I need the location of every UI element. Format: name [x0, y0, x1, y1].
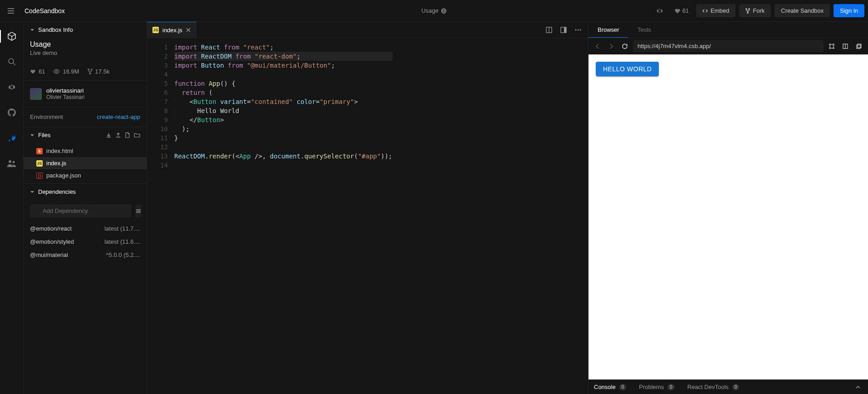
- svg-point-11: [9, 160, 11, 163]
- structure-icon: [829, 43, 835, 49]
- stat-forks: 17.5k: [88, 68, 110, 75]
- open-new-window-button[interactable]: [840, 41, 851, 52]
- js-file-icon: JS: [152, 27, 159, 33]
- preview-tab-browser[interactable]: Browser: [588, 22, 628, 38]
- files-header[interactable]: Files: [24, 127, 147, 143]
- code-editor[interactable]: 1234567891011121314 import React from "r…: [147, 38, 588, 394]
- svg-point-7: [749, 8, 750, 10]
- gear-icon: [656, 7, 663, 15]
- dependency-row[interactable]: @emotion/styledlatest (11.6....: [24, 235, 147, 248]
- activity-bar: [0, 22, 24, 394]
- new-file-icon[interactable]: [125, 132, 130, 138]
- chevron-up-icon: [855, 384, 861, 390]
- create-sandbox-button[interactable]: Create Sandbox: [775, 4, 830, 17]
- console-expand-button[interactable]: [853, 383, 863, 392]
- nav-reload-button[interactable]: [619, 41, 630, 52]
- settings-icon: [7, 83, 16, 92]
- nav-forward-button[interactable]: [606, 41, 617, 52]
- sandbox-info-header[interactable]: Sandbox Info: [24, 22, 147, 38]
- preview-frame: HELLO WORLD: [588, 54, 868, 379]
- file-item[interactable]: {}package.json: [24, 169, 147, 182]
- dependency-version: ^5.0.0 (5.2....: [106, 251, 140, 258]
- stat-views: 16.9M: [53, 68, 79, 75]
- svg-point-16: [89, 73, 91, 74]
- svg-point-14: [88, 69, 89, 70]
- console-tab-console[interactable]: Console 0: [594, 384, 626, 390]
- svg-rect-27: [564, 27, 566, 33]
- activity-explorer[interactable]: [4, 28, 20, 44]
- arrow-left-icon: [594, 43, 601, 49]
- fork-button[interactable]: Fork: [739, 4, 771, 17]
- dots-icon: [574, 26, 582, 34]
- fork-icon: [745, 8, 750, 14]
- file-item[interactable]: 5index.html: [24, 145, 147, 157]
- more-actions-button[interactable]: [572, 24, 584, 36]
- file-name: package.json: [46, 172, 81, 179]
- js-file-icon: JS: [36, 160, 43, 167]
- preview-tab-tests[interactable]: Tests: [628, 22, 660, 38]
- embed-button[interactable]: Embed: [696, 4, 736, 17]
- cube-icon: [7, 31, 17, 41]
- console-tab-devtools[interactable]: React DevTools 0: [687, 384, 740, 390]
- globe-icon: [441, 8, 446, 14]
- list-icon: [135, 208, 142, 214]
- dependency-name: @mui/material: [30, 251, 68, 258]
- github-icon: [7, 108, 16, 117]
- sandbox-name: Usage: [30, 40, 140, 49]
- author-name: Olivier Tassinari: [46, 94, 84, 100]
- svg-point-9: [9, 59, 14, 64]
- dependency-row[interactable]: @mui/material^5.0.0 (5.2....: [24, 248, 147, 261]
- file-item[interactable]: JSindex.js: [24, 157, 147, 169]
- svg-point-12: [12, 161, 15, 163]
- svg-point-30: [580, 29, 581, 30]
- author-link[interactable]: oliviertassinari Olivier Tassinari: [24, 80, 147, 107]
- new-folder-icon[interactable]: [134, 132, 140, 138]
- arrow-right-icon: [608, 43, 614, 49]
- activity-deploy[interactable]: [4, 130, 20, 146]
- activity-settings[interactable]: [4, 79, 20, 95]
- nav-back-button[interactable]: [592, 41, 603, 52]
- search-icon: [7, 57, 16, 66]
- embed-icon: [702, 8, 708, 14]
- sandbox-title-button[interactable]: Usage: [422, 7, 447, 14]
- environment-value[interactable]: create-react-app: [97, 113, 140, 120]
- address-bar[interactable]: [633, 40, 824, 52]
- hamburger-menu[interactable]: [4, 4, 18, 18]
- dep-list-button[interactable]: [135, 205, 142, 217]
- diff-view-button[interactable]: [557, 24, 570, 36]
- chevron-down-icon: [30, 133, 34, 138]
- preview-structure-button[interactable]: [826, 41, 837, 52]
- settings-button[interactable]: [652, 4, 667, 18]
- svg-point-29: [578, 29, 579, 30]
- activity-search[interactable]: [4, 54, 20, 70]
- file-name: index.js: [46, 160, 66, 167]
- dependency-name: @emotion/react: [30, 225, 72, 232]
- heart-icon: [30, 69, 36, 74]
- like-button[interactable]: 61: [671, 7, 692, 14]
- svg-rect-41: [857, 45, 860, 49]
- editor-tab[interactable]: JS index.js: [147, 22, 196, 38]
- fork-icon: [88, 69, 93, 74]
- preview-mui-button[interactable]: HELLO WORLD: [596, 62, 659, 76]
- eye-icon: [53, 69, 60, 74]
- svg-point-15: [91, 69, 92, 70]
- dependency-row[interactable]: @emotion/reactlatest (11.7....: [24, 222, 147, 235]
- menu-icon: [7, 7, 15, 15]
- open-window-icon: [842, 43, 848, 49]
- add-dependency-input[interactable]: [30, 204, 132, 217]
- brand-name[interactable]: CodeSandbox: [25, 7, 65, 15]
- dependency-name: @emotion/styled: [30, 238, 74, 245]
- activity-live[interactable]: [4, 155, 20, 172]
- deps-header[interactable]: Dependencies: [24, 184, 147, 200]
- signin-button[interactable]: Sign in: [834, 4, 864, 17]
- svg-point-28: [575, 29, 577, 30]
- download-icon[interactable]: [106, 132, 112, 138]
- console-tab-problems[interactable]: Problems 0: [639, 384, 674, 390]
- activity-github[interactable]: [4, 104, 20, 121]
- svg-point-6: [746, 8, 747, 10]
- sandbox-title: Usage: [422, 7, 439, 14]
- upload-icon[interactable]: [115, 132, 121, 138]
- split-editor-button[interactable]: [543, 24, 555, 36]
- close-tab-button[interactable]: [186, 28, 191, 32]
- open-external-button[interactable]: [853, 41, 864, 52]
